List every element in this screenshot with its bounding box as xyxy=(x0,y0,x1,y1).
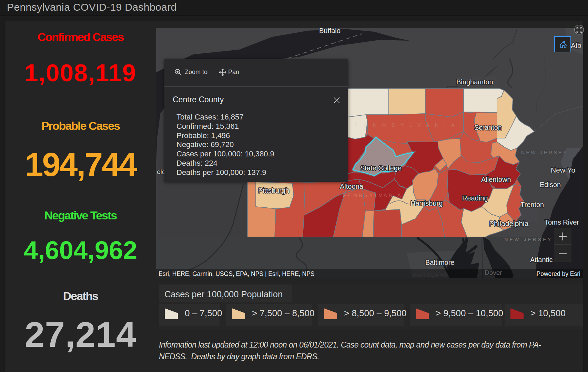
svg-text:Buffalo: Buffalo xyxy=(319,28,341,34)
svg-text:Reading: Reading xyxy=(462,194,488,202)
svg-text:Altoona: Altoona xyxy=(340,183,364,190)
svg-text:NEW JERSEY: NEW JERSEY xyxy=(521,150,568,155)
svg-text:Pittsburgh: Pittsburgh xyxy=(258,187,289,194)
svg-text:Scranton: Scranton xyxy=(474,124,502,131)
svg-text:Allentown: Allentown xyxy=(481,176,511,183)
svg-text:Binghamton: Binghamton xyxy=(456,78,493,86)
svg-text:Alb: Alb xyxy=(571,41,581,49)
svg-text:Baltimore: Baltimore xyxy=(425,259,454,266)
svg-text:Harrisburg: Harrisburg xyxy=(410,199,443,207)
svg-text:PENNSYLVANIA: PENNSYLVANIA xyxy=(355,122,460,128)
svg-text:Edison: Edison xyxy=(540,181,561,188)
svg-text:Philadelphia: Philadelphia xyxy=(489,219,529,227)
svg-text:State College: State College xyxy=(360,164,402,172)
svg-text:Atlantic: Atlantic xyxy=(530,256,553,264)
svg-text:New Yo: New Yo xyxy=(551,166,575,174)
svg-text:Toms River: Toms River xyxy=(545,218,579,226)
svg-text:PENNSYLVANIA: PENNSYLVANIA xyxy=(343,192,403,198)
svg-text:NEW JERSEY: NEW JERSEY xyxy=(505,237,553,242)
svg-text:Trenton: Trenton xyxy=(520,201,544,208)
